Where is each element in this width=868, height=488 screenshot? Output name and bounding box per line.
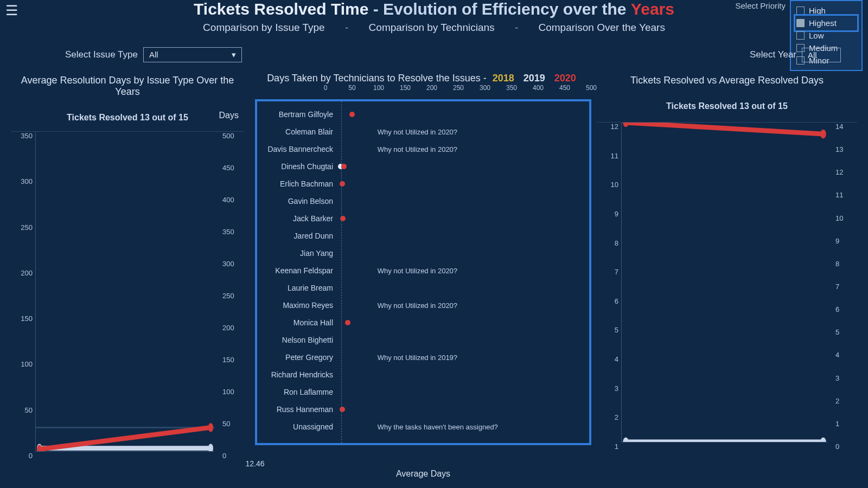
data-point [349,112,355,117]
checkbox-icon [796,31,805,40]
priority-option-label: Highest [809,18,837,28]
x-tick: 350 [506,84,517,92]
title-tail: Years [631,0,674,18]
technician-name: Laurie Bream [263,284,339,292]
x-tick: 400 [533,84,544,92]
left-section-title: Average Resolution Days by Issue Type Ov… [11,75,244,98]
technician-name: Unassigned [263,422,339,431]
data-point [341,164,347,169]
left-plot-svg [36,132,214,451]
left-axis-left: 350300250200150100500 [11,132,36,452]
technician-row: Monica Hall [263,314,582,331]
technician-row: Coleman BlairWhy not Utilized in 2020? [263,123,582,140]
svg-point-4 [208,423,213,432]
technician-name: Russ Hanneman [263,405,339,414]
technician-track [339,227,582,245]
technician-track [339,245,582,262]
technician-name: Gavin Belson [263,197,339,206]
row-annotation: Why not Utilized in 2019? [378,354,457,362]
right-subtitle: Tickets Resolved 13 out of 15 [597,101,857,111]
center-x-scale: 050100150200250300350400450500 [326,84,591,94]
x-tick: 250 [453,84,464,92]
technician-track [339,210,582,227]
technician-row: Richard Hendricks [263,366,582,383]
right-axis-right: 14131211109876543210 [832,123,857,442]
technician-row: Dinesh Chugtai [263,158,582,175]
technician-name: Keenan Feldspar [263,266,339,275]
center-title-row: Days Taken by Technicians to Resolve the… [255,73,591,84]
legend-2020[interactable]: 2020 [554,73,576,84]
technician-name: Monica Hall [263,318,339,327]
technician-track [339,106,582,123]
x-tick: 100 [373,84,384,92]
tab-separator: - [345,22,348,33]
year-dropdown[interactable]: All [802,48,841,62]
technician-track [339,331,582,349]
technician-track [339,279,582,297]
right-section-title: Tickets Resolved vs Average Resolved Day… [597,75,857,86]
left-chart: 350300250200150100500 500450400350300250… [11,131,244,452]
technician-row: Jack Barker [263,210,582,227]
x-tick: 0 [324,84,328,92]
technician-track [339,401,582,418]
x-tick: 450 [559,84,570,92]
technician-name: Nelson Bighetti [263,336,339,344]
technician-track [339,366,582,383]
priority-option-high[interactable]: High [796,4,856,17]
center-x-axis-label: Average Days [255,469,591,479]
svg-point-8 [820,438,826,442]
technician-row: Russ Hanneman [263,401,582,418]
svg-point-5 [623,123,629,127]
technician-track: Why not Utilized in 2020? [339,297,582,314]
issue-type-dropdown[interactable]: All ▾ [143,47,242,62]
avg-value-label: 12.46 [87,459,423,468]
title-mid: - Evolution of Efficiency over the [373,0,631,18]
technician-track: Why not Utilized in 2020? [339,123,582,140]
checkbox-icon [796,7,805,15]
row-annotation: Why not Utilized in 2020? [378,301,457,310]
x-tick: 300 [480,84,490,92]
technician-row: Ron Laflamme [263,383,582,401]
technician-track: Why not Utilized in 2020? [339,140,582,158]
priority-label: Select Priority [735,0,786,10]
technician-row: Jared Dunn [263,227,582,245]
technician-name: Ron Laflamme [263,388,339,396]
technician-row: Peter GregoryWhy not Utilized in 2019? [263,349,582,366]
legend-2019[interactable]: 2019 [524,73,545,84]
technician-name: Richard Hendricks [263,370,339,379]
row-annotation: Why not Utilized in 2020? [378,128,457,136]
right-chart: 121110987654321 14131211109876543210 [597,122,857,442]
data-point [345,320,350,325]
tab-years[interactable]: Comparison Over the Years [538,22,665,33]
left-right-axis-label: Days [11,111,239,120]
x-tick: 200 [426,84,437,92]
row-annotation: Why not Utilized in 2020? [378,145,457,153]
right-axis-left: 121110987654321 [597,123,622,442]
data-point [340,407,345,412]
technician-track: Why not Utilized in 2020? [339,262,582,279]
tab-technicians[interactable]: Comparison by Technicians [369,22,495,33]
technician-row: Erlich Bachman [263,175,582,192]
technician-track [339,314,582,331]
svg-point-2 [208,444,213,451]
row-annotation: Why the tasks haven't been assigned? [378,423,498,431]
year-value: All [808,50,817,60]
x-tick: 500 [586,84,597,92]
technician-track: Why not Utilized in 2019? [339,349,582,366]
technician-row: Davis BannercheckWhy not Utilized in 202… [263,140,582,158]
year-label: Select Year [750,49,796,60]
legend-2018[interactable]: 2018 [493,73,514,84]
priority-option-highest[interactable]: Highest [796,17,856,29]
left-axis-right: 500450400350300250200150100500 [219,132,244,452]
x-tick: 150 [400,84,411,92]
technician-name: Peter Gregory [263,353,339,362]
technician-name: Dinesh Chugtai [263,162,339,171]
technician-row: Nelson Bighetti [263,331,582,349]
technician-row: Laurie Bream [263,279,582,297]
tab-issue-type[interactable]: Comparison by Issue Type [203,22,325,33]
technician-name: Bertram Gilfoyle [263,110,339,119]
technician-name: Jian Yang [263,249,339,258]
technician-track: Why the tasks haven't been assigned? [339,418,582,435]
center-chart: Bertram GilfoyleColeman BlairWhy not Uti… [255,99,591,445]
technician-name: Erlich Bachman [263,179,339,188]
